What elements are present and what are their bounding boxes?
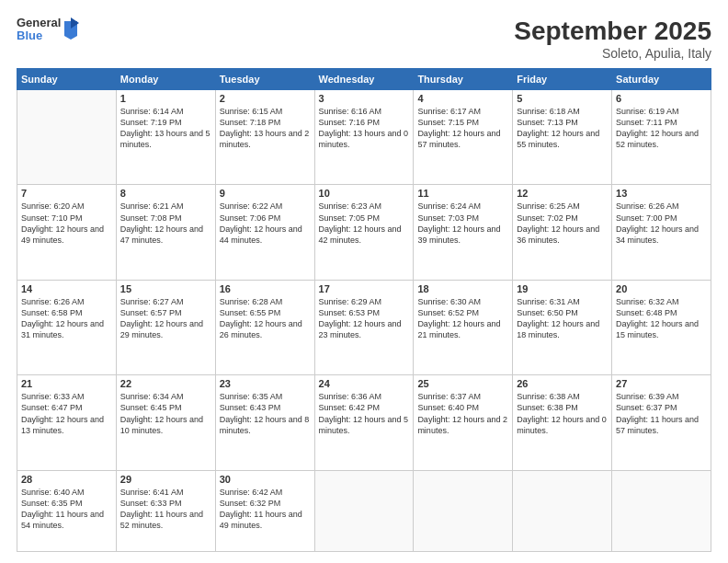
- day-number: 15: [120, 283, 211, 294]
- table-row: 24Sunrise: 6:36 AM Sunset: 6:42 PM Dayli…: [314, 375, 414, 470]
- table-row: 13Sunrise: 6:26 AM Sunset: 7:00 PM Dayli…: [612, 185, 711, 280]
- cell-content: Sunrise: 6:25 AM Sunset: 7:02 PM Dayligh…: [517, 201, 608, 246]
- table-row: [17, 90, 117, 185]
- day-number: 7: [21, 188, 112, 199]
- table-row: 16Sunrise: 6:28 AM Sunset: 6:55 PM Dayli…: [215, 280, 314, 374]
- table-row: 26Sunrise: 6:38 AM Sunset: 6:38 PM Dayli…: [513, 375, 612, 470]
- table-row: 19Sunrise: 6:31 AM Sunset: 6:50 PM Dayli…: [513, 280, 612, 374]
- cell-content: Sunrise: 6:35 AM Sunset: 6:43 PM Dayligh…: [220, 391, 311, 436]
- table-row: [314, 470, 414, 551]
- day-number: 5: [517, 93, 608, 104]
- calendar-week-row: 1Sunrise: 6:14 AM Sunset: 7:19 PM Daylig…: [17, 90, 711, 185]
- day-number: 9: [220, 188, 311, 199]
- location: Soleto, Apulia, Italy: [514, 46, 711, 61]
- table-row: [414, 470, 513, 551]
- cell-content: Sunrise: 6:26 AM Sunset: 6:58 PM Dayligh…: [21, 296, 112, 341]
- table-row: 5Sunrise: 6:18 AM Sunset: 7:13 PM Daylig…: [513, 90, 612, 185]
- table-row: 15Sunrise: 6:27 AM Sunset: 6:57 PM Dayli…: [116, 280, 215, 374]
- cell-content: Sunrise: 6:21 AM Sunset: 7:08 PM Dayligh…: [120, 201, 211, 246]
- table-row: 1Sunrise: 6:14 AM Sunset: 7:19 PM Daylig…: [116, 90, 215, 185]
- title-block: September 2025 Soleto, Apulia, Italy: [514, 17, 711, 61]
- calendar-table: Sunday Monday Tuesday Wednesday Thursday…: [17, 68, 711, 552]
- cell-content: Sunrise: 6:37 AM Sunset: 6:40 PM Dayligh…: [417, 391, 508, 436]
- header: General Blue September 2025 Soleto, Apul…: [17, 17, 711, 61]
- cell-content: Sunrise: 6:15 AM Sunset: 7:18 PM Dayligh…: [220, 106, 311, 151]
- day-number: 24: [319, 378, 410, 389]
- table-row: 27Sunrise: 6:39 AM Sunset: 6:37 PM Dayli…: [612, 375, 711, 470]
- table-row: 25Sunrise: 6:37 AM Sunset: 6:40 PM Dayli…: [414, 375, 513, 470]
- day-number: 28: [21, 474, 112, 485]
- calendar-week-row: 21Sunrise: 6:33 AM Sunset: 6:47 PM Dayli…: [17, 375, 711, 470]
- table-row: 10Sunrise: 6:23 AM Sunset: 7:05 PM Dayli…: [314, 185, 414, 280]
- cell-content: Sunrise: 6:28 AM Sunset: 6:55 PM Dayligh…: [220, 296, 311, 341]
- logo: General Blue: [17, 17, 79, 43]
- cell-content: Sunrise: 6:33 AM Sunset: 6:47 PM Dayligh…: [21, 391, 112, 436]
- cell-content: Sunrise: 6:39 AM Sunset: 6:37 PM Dayligh…: [616, 391, 707, 436]
- table-row: 12Sunrise: 6:25 AM Sunset: 7:02 PM Dayli…: [513, 185, 612, 280]
- col-saturday: Saturday: [612, 69, 711, 90]
- cell-content: Sunrise: 6:18 AM Sunset: 7:13 PM Dayligh…: [517, 106, 608, 151]
- table-row: 4Sunrise: 6:17 AM Sunset: 7:15 PM Daylig…: [414, 90, 513, 185]
- col-friday: Friday: [513, 69, 612, 90]
- day-number: 8: [120, 188, 211, 199]
- logo-icon: [63, 17, 79, 40]
- day-number: 20: [616, 283, 707, 294]
- day-number: 1: [120, 93, 211, 104]
- cell-content: Sunrise: 6:30 AM Sunset: 6:52 PM Dayligh…: [417, 296, 508, 341]
- cell-content: Sunrise: 6:29 AM Sunset: 6:53 PM Dayligh…: [319, 296, 410, 341]
- cell-content: Sunrise: 6:31 AM Sunset: 6:50 PM Dayligh…: [517, 296, 608, 341]
- table-row: 23Sunrise: 6:35 AM Sunset: 6:43 PM Dayli…: [215, 375, 314, 470]
- table-row: 20Sunrise: 6:32 AM Sunset: 6:48 PM Dayli…: [612, 280, 711, 374]
- calendar-week-row: 14Sunrise: 6:26 AM Sunset: 6:58 PM Dayli…: [17, 280, 711, 374]
- cell-content: Sunrise: 6:24 AM Sunset: 7:03 PM Dayligh…: [417, 201, 508, 246]
- logo-text: General Blue: [17, 17, 61, 43]
- day-number: 4: [417, 93, 508, 104]
- col-wednesday: Wednesday: [314, 69, 414, 90]
- col-sunday: Sunday: [17, 69, 117, 90]
- col-monday: Monday: [116, 69, 215, 90]
- calendar-week-row: 28Sunrise: 6:40 AM Sunset: 6:35 PM Dayli…: [17, 470, 711, 551]
- day-number: 25: [417, 378, 508, 389]
- day-number: 26: [517, 378, 608, 389]
- day-number: 11: [417, 188, 508, 199]
- table-row: 22Sunrise: 6:34 AM Sunset: 6:45 PM Dayli…: [116, 375, 215, 470]
- table-row: 29Sunrise: 6:41 AM Sunset: 6:33 PM Dayli…: [116, 470, 215, 551]
- table-row: 7Sunrise: 6:20 AM Sunset: 7:10 PM Daylig…: [17, 185, 117, 280]
- page: General Blue September 2025 Soleto, Apul…: [0, 0, 728, 563]
- table-row: 6Sunrise: 6:19 AM Sunset: 7:11 PM Daylig…: [612, 90, 711, 185]
- day-number: 19: [517, 283, 608, 294]
- day-number: 3: [319, 93, 410, 104]
- day-number: 23: [220, 378, 311, 389]
- cell-content: Sunrise: 6:40 AM Sunset: 6:35 PM Dayligh…: [21, 487, 112, 532]
- day-number: 18: [417, 283, 508, 294]
- day-number: 2: [220, 93, 311, 104]
- day-number: 21: [21, 378, 112, 389]
- table-row: 30Sunrise: 6:42 AM Sunset: 6:32 PM Dayli…: [215, 470, 314, 551]
- day-number: 6: [616, 93, 707, 104]
- cell-content: Sunrise: 6:17 AM Sunset: 7:15 PM Dayligh…: [417, 106, 508, 151]
- cell-content: Sunrise: 6:22 AM Sunset: 7:06 PM Dayligh…: [220, 201, 311, 246]
- day-number: 10: [319, 188, 410, 199]
- month-title: September 2025: [514, 17, 711, 46]
- table-row: 21Sunrise: 6:33 AM Sunset: 6:47 PM Dayli…: [17, 375, 117, 470]
- cell-content: Sunrise: 6:32 AM Sunset: 6:48 PM Dayligh…: [616, 296, 707, 341]
- table-row: 2Sunrise: 6:15 AM Sunset: 7:18 PM Daylig…: [215, 90, 314, 185]
- table-row: [612, 470, 711, 551]
- day-number: 22: [120, 378, 211, 389]
- table-row: 9Sunrise: 6:22 AM Sunset: 7:06 PM Daylig…: [215, 185, 314, 280]
- table-row: 3Sunrise: 6:16 AM Sunset: 7:16 PM Daylig…: [314, 90, 414, 185]
- table-row: 8Sunrise: 6:21 AM Sunset: 7:08 PM Daylig…: [116, 185, 215, 280]
- calendar-week-row: 7Sunrise: 6:20 AM Sunset: 7:10 PM Daylig…: [17, 185, 711, 280]
- cell-content: Sunrise: 6:16 AM Sunset: 7:16 PM Dayligh…: [319, 106, 410, 151]
- table-row: [513, 470, 612, 551]
- table-row: 28Sunrise: 6:40 AM Sunset: 6:35 PM Dayli…: [17, 470, 117, 551]
- cell-content: Sunrise: 6:41 AM Sunset: 6:33 PM Dayligh…: [120, 487, 211, 532]
- day-number: 29: [120, 474, 211, 485]
- cell-content: Sunrise: 6:42 AM Sunset: 6:32 PM Dayligh…: [220, 487, 311, 532]
- table-row: 14Sunrise: 6:26 AM Sunset: 6:58 PM Dayli…: [17, 280, 117, 374]
- calendar-header-row: Sunday Monday Tuesday Wednesday Thursday…: [17, 69, 711, 90]
- logo-general: General: [17, 17, 61, 29]
- col-tuesday: Tuesday: [215, 69, 314, 90]
- day-number: 13: [616, 188, 707, 199]
- cell-content: Sunrise: 6:14 AM Sunset: 7:19 PM Dayligh…: [120, 106, 211, 151]
